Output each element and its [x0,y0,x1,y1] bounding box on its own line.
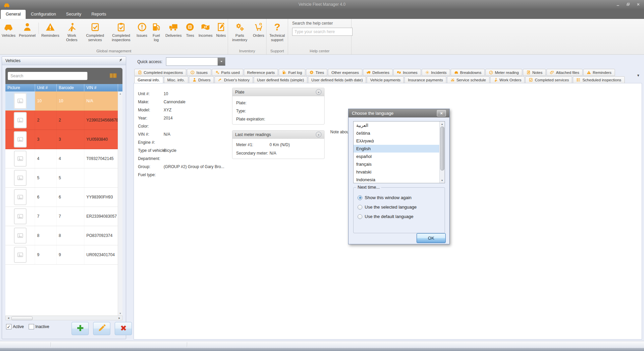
close-icon[interactable] [636,2,641,7]
radio-icon[interactable] [358,205,362,210]
tab-other-expenses[interactable]: Other expenses [328,69,362,76]
tab-scheduled-inspections[interactable]: Scheduled inspections [573,76,624,83]
column-header-vin[interactable]: VIN # [84,84,118,91]
language-list-scrollbar[interactable]: ▲ ▼ [439,122,445,183]
minimize-icon[interactable] [616,2,620,7]
tab-meter-reading[interactable]: Meter reading [485,69,522,76]
language-item-english[interactable]: English [354,145,445,153]
language-item-fran-ais[interactable]: français [354,160,445,168]
tab-insurance-payments[interactable]: Insurance payments [404,76,446,83]
vehicle-row-unit-8[interactable]: 88PO837092374 [5,226,122,245]
vehicle-row-unit-10[interactable]: 1010N/A [5,91,122,111]
ribbon-button-incomes[interactable]: $Incomes [197,21,214,43]
vehicle-row-unit-2[interactable]: 22Y2390234568678 [5,111,122,130]
dialog-title-bar[interactable]: Choose the language × [348,109,449,117]
tab-attached-files[interactable]: Attached files [547,69,583,76]
delete-vehicle-button[interactable] [115,322,132,335]
tab-reminders[interactable]: Reminders [583,69,615,76]
scroll-up-icon[interactable]: ▲ [440,123,445,125]
barcode-icon[interactable] [109,71,118,81]
tab-driver-s-history[interactable]: Driver's history [215,76,253,83]
ribbon-button-work-orders[interactable]: Work Orders [61,21,83,43]
tab-completed-services[interactable]: Completed services [525,76,572,83]
column-header-picture[interactable]: Picture [5,84,35,91]
tab-tires[interactable]: Tires [306,69,327,76]
scroll-down-icon[interactable]: ▼ [118,312,122,315]
tab-user-defined-fields-simple[interactable]: User defined fields (simple) [254,76,307,83]
menu-tab-configuration[interactable]: Configuration [26,10,61,19]
vehicles-search-input[interactable] [8,72,87,80]
tab-vehicle-payments[interactable]: Vehicle payments [367,76,404,83]
tab-overflow-icon[interactable]: ▼ [637,74,640,77]
vehicle-row-unit-6[interactable]: 66YY98390FH93 [5,188,122,207]
scroll-right-icon[interactable]: ► [118,316,121,320]
quick-access-input[interactable] [166,58,218,65]
menu-tab-security[interactable]: Security [61,10,86,19]
language-item-indonesia[interactable]: Indonesia [354,176,445,183]
dialog-close-icon[interactable]: × [437,110,446,116]
scroll-thumb[interactable] [440,127,444,170]
tab-incidents[interactable]: Incidents [422,69,450,76]
vehicle-row-unit-4[interactable]: 44T09327042145 [5,149,122,168]
tab-breakdowns[interactable]: Breakdowns [451,69,485,76]
tab-deliveries[interactable]: Deliveries [363,69,393,76]
tab-work-orders[interactable]: Work Orders [490,76,525,83]
ribbon-button-reminders[interactable]: Reminders [39,21,61,43]
language-item-hrvatski[interactable]: hrvatski [354,168,445,176]
ribbon-button-parts-inventory[interactable]: Parts inventory [228,21,251,43]
column-header-barcode[interactable]: Barcode [57,84,84,91]
tab-general-info[interactable]: General info. [134,76,163,83]
hscroll-thumb[interactable] [11,316,33,320]
radio-option-use-the-default-language[interactable]: Use the default language [358,214,414,219]
tab-parts-used[interactable]: Parts used [212,69,243,76]
ok-button[interactable]: OK [417,233,446,243]
radio-icon[interactable] [358,214,362,219]
tab-completed-inspections[interactable]: Completed inspections [134,69,186,76]
ribbon-button-issues[interactable]: Issues [135,21,149,43]
vehicle-row-unit-9[interactable]: 99UR0923401704 [5,245,122,265]
collapse-icon[interactable]: ▲ [316,132,321,137]
vehicle-row-unit-3[interactable]: 33YU0593840 [5,130,122,149]
language-item-[interactable]: Ελληνικά [354,137,445,145]
menu-tab-reports[interactable]: Reports [86,10,111,19]
ribbon-button-tires[interactable]: Tires [183,21,197,43]
vehicle-row-unit-5[interactable]: 55 [5,168,122,188]
scroll-down-icon[interactable]: ▼ [440,179,445,182]
ribbon-button-technical-support[interactable]: ?Technical support [267,21,288,43]
tab-incomes[interactable]: $Incomes [393,69,421,76]
column-header-unit[interactable]: Unit # [35,84,57,91]
help-search-input[interactable] [292,28,353,36]
restore-icon[interactable] [626,2,631,7]
ribbon-button-notes[interactable]: Notes [214,21,228,43]
add-vehicle-button[interactable] [72,322,89,335]
pin-icon[interactable] [117,57,124,64]
inactive-checkbox[interactable] [29,324,34,329]
collapse-icon[interactable]: ▲ [316,89,321,95]
tab-drivers[interactable]: Drivers [189,76,214,83]
radio-option-use-the-selected-language[interactable]: Use the selected language [358,205,417,210]
vehicles-horizontal-scrollbar[interactable]: ◄ ► [5,316,122,320]
tab-misc-info[interactable]: Misc. info. [164,76,188,83]
language-item-espa-ol[interactable]: español [354,153,445,160]
ribbon-button-completed-inspections[interactable]: Completed inspections [108,21,135,43]
language-item-[interactable]: العربية [354,122,445,129]
tab-issues[interactable]: Issues [187,69,211,76]
tab-notes[interactable]: Notes [523,69,546,76]
ribbon-button-completed-services[interactable]: Completed services [83,21,108,43]
tab-service-schedule[interactable]: Service schedule [447,76,489,83]
ribbon-button-deliveries[interactable]: Deliveries [164,21,183,43]
ribbon-button-vehicles[interactable]: Vehicles [0,21,17,43]
edit-vehicle-button[interactable] [93,322,110,335]
radio-option-show-this-window-again[interactable]: Show this window again [358,195,412,200]
tab-fuel-log[interactable]: Fuel log [279,69,305,76]
tab-reference-parts[interactable]: Reference parts [244,69,278,76]
language-item-e-tina[interactable]: čeština [354,129,445,137]
menu-tab-general[interactable]: General [1,10,26,19]
vehicle-row-unit-7[interactable]: 77ER23394083057 [5,207,122,226]
quick-access-dropdown-button[interactable] [218,58,225,65]
ribbon-button-personnel[interactable]: Personnel [17,21,37,43]
ribbon-button-orders[interactable]: $Orders [251,21,266,43]
radio-icon[interactable] [358,195,362,200]
vehicles-vertical-scrollbar[interactable]: ▲ ▼ [118,91,122,316]
scroll-up-icon[interactable]: ▲ [118,92,122,95]
